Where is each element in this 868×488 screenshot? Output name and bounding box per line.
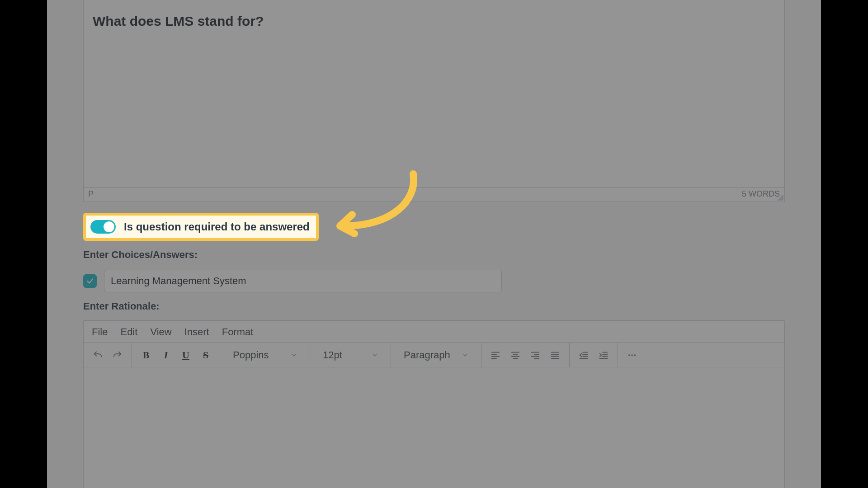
menu-view[interactable]: View [150, 326, 171, 338]
redo-button[interactable] [110, 347, 125, 363]
font-size-value: 12pt [323, 349, 342, 361]
font-family-select[interactable]: Poppins [226, 349, 303, 361]
chevron-down-icon [462, 349, 468, 361]
undo-button[interactable] [90, 347, 105, 363]
block-format-select[interactable]: Paragraph [397, 349, 475, 361]
rationale-section-label: Enter Rationale: [83, 300, 785, 312]
choice-checkbox[interactable] [83, 274, 97, 288]
align-justify-button[interactable] [547, 347, 563, 363]
font-family-value: Poppins [233, 349, 269, 361]
question-editor: What does LMS stand for? P 5 WORDS [83, 0, 785, 202]
resize-handle-icon[interactable] [777, 194, 783, 201]
align-left-button[interactable] [488, 347, 503, 363]
svg-point-2 [634, 354, 636, 356]
indent-button[interactable] [596, 347, 611, 363]
rationale-editor: File Edit View Insert Format B I [83, 320, 785, 488]
choice-input[interactable]: Learning Management System [104, 270, 502, 292]
editor-toolbar: B I U S Poppins 12pt [84, 343, 784, 367]
font-size-select[interactable]: 12pt [316, 349, 384, 361]
menu-format[interactable]: Format [222, 326, 254, 338]
chevron-down-icon [291, 349, 297, 361]
menu-insert[interactable]: Insert [184, 326, 209, 338]
block-format-value: Paragraph [404, 349, 450, 361]
toggle-knob [104, 221, 114, 232]
question-text: What does LMS stand for? [93, 14, 264, 28]
choice-input-value: Learning Management System [111, 275, 246, 287]
align-right-button[interactable] [528, 347, 543, 363]
question-editor-footer: P 5 WORDS [84, 187, 784, 202]
svg-point-0 [628, 354, 630, 356]
form-content: What does LMS stand for? P 5 WORDS Is qu… [83, 0, 785, 488]
more-button[interactable] [624, 347, 640, 363]
choice-row: Learning Management System [83, 270, 785, 292]
strikethrough-button[interactable]: S [198, 347, 213, 363]
underline-button[interactable]: U [178, 347, 193, 363]
required-toggle[interactable] [90, 220, 116, 234]
italic-button[interactable]: I [158, 347, 174, 363]
editor-path-indicator: P [88, 189, 94, 199]
editor-menubar: File Edit View Insert Format [84, 321, 784, 343]
chevron-down-icon [372, 349, 378, 361]
rationale-editor-body[interactable] [84, 367, 784, 488]
question-editor-body[interactable]: What does LMS stand for? [84, 0, 784, 187]
outdent-button[interactable] [576, 347, 591, 363]
required-toggle-label: Is question required to be answered [124, 221, 310, 233]
align-center-button[interactable] [508, 347, 523, 363]
editor-word-count: 5 WORDS [742, 189, 780, 199]
choices-section-label: Enter Choices/Answers: [83, 249, 785, 261]
menu-file[interactable]: File [92, 326, 108, 338]
required-toggle-row: Is question required to be answered [83, 213, 319, 241]
menu-edit[interactable]: Edit [120, 326, 137, 338]
svg-point-1 [631, 354, 633, 356]
bold-button[interactable]: B [138, 347, 154, 363]
